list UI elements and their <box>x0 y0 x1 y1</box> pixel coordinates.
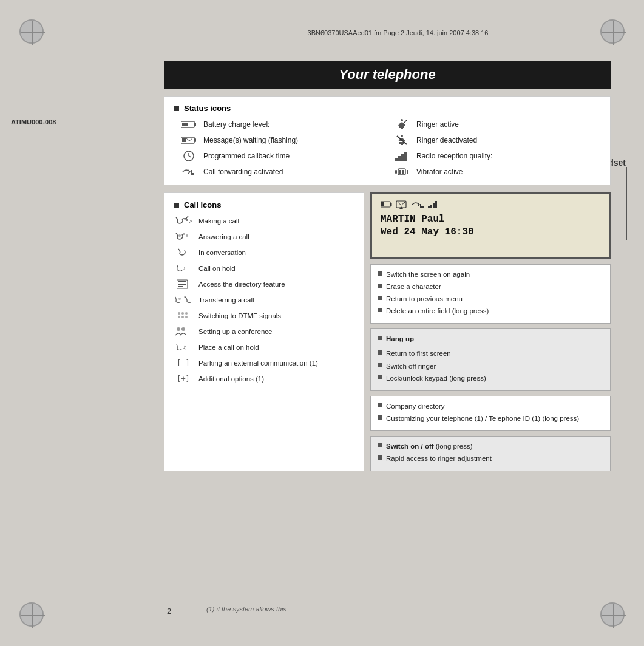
svg-rect-25 <box>395 170 397 174</box>
svg-point-48 <box>178 316 180 318</box>
svg-rect-56 <box>381 202 384 206</box>
svg-point-52 <box>181 327 185 331</box>
call-section: Call icons ↗ Making a call <box>164 192 364 471</box>
display-signal-icon <box>428 200 440 209</box>
forward-icon <box>180 166 197 177</box>
message-icon <box>180 135 197 146</box>
left-label: ATIMU000-008 <box>11 118 56 126</box>
call-section-header: Call icons <box>174 200 354 209</box>
status-ringer-active: Ringer active <box>393 119 594 130</box>
vibrator-icon <box>393 166 410 177</box>
nav-text-4: Delete an entire field (long press) <box>386 306 489 316</box>
status-grid: Battery charge level: Ringer active <box>174 119 600 177</box>
svg-rect-21 <box>404 152 407 161</box>
power-dot-2 <box>378 455 382 460</box>
right-panel: MARTIN Paul Wed 24 May 16:30 Switch the … <box>370 192 611 471</box>
svg-rect-41 <box>178 284 186 285</box>
hangup-title-item: Hang up <box>378 334 603 346</box>
forward-text: Call forwarding activated <box>203 168 283 176</box>
status-battery: Battery charge level: <box>180 119 381 130</box>
hangup-dot-3 <box>378 375 382 379</box>
crosshair-br <box>602 604 626 628</box>
svg-rect-64 <box>435 201 437 208</box>
power-bold: Switch on / off <box>386 443 434 450</box>
status-callback: Programmed callback time <box>180 151 381 162</box>
svg-rect-18 <box>395 158 398 161</box>
page-title: Your telephone <box>176 67 598 83</box>
call-in-conversation: In conversation <box>174 247 354 258</box>
directory-icon <box>174 279 192 290</box>
hangup-item-3: Lock/unlock keypad (long press) <box>378 373 603 383</box>
status-forward: Call forwarding activated <box>180 166 381 177</box>
callback-icon <box>180 151 197 162</box>
top-bar: 3BN60370USAAed01.fm Page 2 Jeudi, 14. ju… <box>164 27 632 39</box>
call-conference: Setting up a conference <box>174 326 354 337</box>
vibrator-text: Vibrator active <box>416 168 463 176</box>
making-call-icon: ↗ <box>174 216 192 226</box>
svg-rect-30 <box>402 172 404 174</box>
hangup-text-1: Return to first screen <box>386 348 451 358</box>
transfer-text: Transferring a call <box>198 296 254 304</box>
nav-dot-2 <box>378 284 382 288</box>
dir-dot-2 <box>378 415 382 420</box>
svg-text:♪: ♪ <box>183 265 186 271</box>
conference-text: Setting up a conference <box>198 328 272 335</box>
conference-icon <box>174 326 192 337</box>
svg-rect-28 <box>402 170 404 172</box>
crosshair-tl <box>21 21 45 45</box>
phone-datetime: Wed 24 May 16:30 <box>381 226 600 237</box>
dir-item-1: Company directory <box>378 401 603 411</box>
place-hold-icon: ♫ <box>174 342 192 353</box>
dir-item-2: Customizing your telephone (1) / Telepho… <box>378 413 603 423</box>
ringer-off-icon <box>393 135 410 146</box>
power-text-2: Rapid access to ringer adjustment <box>386 454 492 463</box>
phone-contact-name: MARTIN Paul <box>381 214 600 225</box>
dtmf-icon <box>174 310 192 321</box>
hangup-title-text: Hang up <box>386 334 414 344</box>
svg-rect-27 <box>399 170 401 172</box>
svg-rect-3 <box>186 123 188 126</box>
svg-rect-19 <box>398 156 401 161</box>
hangup-item-2: Switch off ringer <box>378 361 603 371</box>
display-message-icon <box>396 200 407 209</box>
corner-decoration-bl <box>19 602 44 627</box>
hangup-dot-1 <box>378 350 382 355</box>
nav-item-1: Switch the screen on again <box>378 270 603 279</box>
svg-point-46 <box>181 312 184 314</box>
bracket-icon: [ ] <box>177 359 190 367</box>
lower-section: Call icons ↗ Making a call <box>164 192 611 471</box>
call-directory: Access the directory feature <box>174 279 354 290</box>
svg-rect-4 <box>399 126 404 128</box>
page: 3BN60370USAAed01.fm Page 2 Jeudi, 14. ju… <box>0 0 644 646</box>
radio-icon <box>393 151 410 162</box>
svg-rect-62 <box>430 205 432 208</box>
nav-dot-4 <box>378 308 382 312</box>
power-item-1: Switch on / off (long press) <box>378 441 603 451</box>
nav-text-1: Switch the screen on again <box>386 270 470 279</box>
call-answering: Answering a call <box>174 231 354 242</box>
plus-bracket-icon: [+] <box>177 375 190 383</box>
svg-point-50 <box>185 316 188 318</box>
place-hold-text: Place a call on hold <box>198 344 259 351</box>
battery-icon <box>180 119 197 130</box>
status-section: Status icons Battery charge level: <box>164 96 611 185</box>
svg-rect-24 <box>398 169 405 175</box>
svg-rect-63 <box>433 203 435 208</box>
call-making: ↗ Making a call <box>174 216 354 226</box>
title-banner: Your telephone <box>164 61 611 89</box>
power-item-2: Rapid access to ringer adjustment <box>378 454 603 463</box>
svg-point-6 <box>401 119 403 121</box>
message-text: Message(s) waiting (flashing) <box>203 136 298 144</box>
power-box: Switch on / off (long press) Rapid acces… <box>370 436 611 471</box>
svg-rect-60 <box>421 206 424 208</box>
crosshair-bl <box>21 604 45 628</box>
dir-text-1: Company directory <box>386 401 445 411</box>
parking-text: Parking an external communication (1) <box>198 359 318 367</box>
svg-point-45 <box>178 312 180 314</box>
page-number: 2 <box>167 607 171 616</box>
phone-display: MARTIN Paul Wed 24 May 16:30 <box>370 192 611 259</box>
dtmf-text: Switching to DTMF signals <box>198 312 281 319</box>
hangup-text-3: Lock/unlock keypad (long press) <box>386 373 486 383</box>
nav-item-3: Return to previous menu <box>378 294 603 304</box>
display-battery-icon <box>381 201 393 208</box>
